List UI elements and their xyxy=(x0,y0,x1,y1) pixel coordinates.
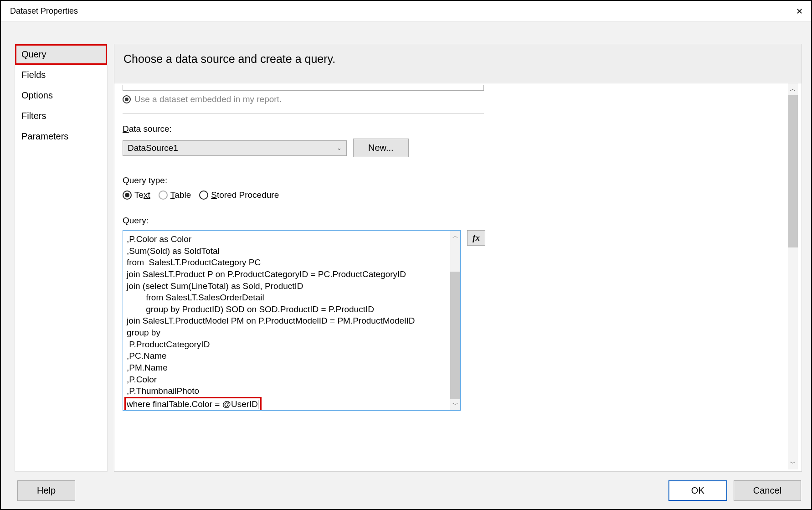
window-title: Dataset Properties xyxy=(10,6,78,16)
query-scrollbar[interactable]: ︿ ﹀ xyxy=(450,231,460,410)
query-type-table[interactable]: Table xyxy=(159,190,191,200)
dataset-name-input-cutoff[interactable] xyxy=(123,85,484,91)
title-bar: Dataset Properties ✕ xyxy=(1,1,811,22)
cancel-button[interactable]: Cancel xyxy=(734,480,801,501)
radio-icon xyxy=(123,95,131,103)
scroll-track[interactable] xyxy=(788,95,798,458)
radio-icon xyxy=(159,191,168,200)
sidebar-item-fields[interactable]: Fields xyxy=(15,65,107,85)
scroll-track[interactable] xyxy=(450,242,460,399)
content-body: Use a dataset embedded in my report. Dat… xyxy=(114,83,802,471)
data-source-label: Data source: xyxy=(123,124,783,134)
page-title: Choose a data source and create a query. xyxy=(123,52,792,66)
query-highlight-where-clause: where finalTable.Color = @UserID xyxy=(124,397,262,410)
sidebar-item-filters[interactable]: Filters xyxy=(15,106,107,126)
query-textarea[interactable]: ,P.Color as Color ,Sum(Sold) as SoldTota… xyxy=(123,230,461,411)
embedded-dataset-option[interactable]: Use a dataset embedded in my report. xyxy=(123,94,783,104)
close-icon[interactable]: ✕ xyxy=(796,6,803,16)
dialog-footer: Help OK Cancel xyxy=(1,472,811,509)
sidebar-item-parameters[interactable]: Parameters xyxy=(15,126,107,147)
new-data-source-button[interactable]: New... xyxy=(353,139,409,157)
query-label: Query: xyxy=(123,216,783,226)
sidebar: Query Fields Options Filters Parameters xyxy=(15,44,108,472)
query-type-label: Query type: xyxy=(123,175,783,185)
panel-scrollbar[interactable]: ︿ ﹀ xyxy=(788,83,798,469)
ok-button[interactable]: OK xyxy=(668,480,727,501)
scroll-thumb[interactable] xyxy=(788,95,798,247)
content-panel: Choose a data source and create a query.… xyxy=(114,44,802,472)
radio-icon xyxy=(199,191,208,200)
form-area: Use a dataset embedded in my report. Dat… xyxy=(120,83,788,469)
query-text-content: ,P.Color as Color ,Sum(Sold) as SoldTota… xyxy=(123,231,450,410)
data-source-value: DataSource1 xyxy=(128,143,178,153)
scroll-up-icon[interactable]: ︿ xyxy=(790,83,796,95)
scroll-thumb[interactable] xyxy=(450,272,460,399)
data-source-combobox[interactable]: DataSource1 ⌄ xyxy=(123,140,347,156)
radio-icon xyxy=(123,191,132,200)
expression-fx-button[interactable]: fx xyxy=(467,230,485,246)
query-type-radios: Text Table Stored Procedure xyxy=(123,190,783,200)
scroll-down-icon[interactable]: ﹀ xyxy=(452,399,458,410)
dialog-window: Dataset Properties ✕ Query Fields Option… xyxy=(0,0,812,510)
chevron-down-icon: ⌄ xyxy=(337,144,342,151)
help-button[interactable]: Help xyxy=(17,480,75,501)
sidebar-item-query[interactable]: Query xyxy=(15,44,107,65)
sidebar-item-options[interactable]: Options xyxy=(15,85,107,106)
query-type-text[interactable]: Text xyxy=(123,190,150,200)
query-type-stored-procedure[interactable]: Stored Procedure xyxy=(199,190,279,200)
scroll-up-icon[interactable]: ︿ xyxy=(452,231,458,242)
divider xyxy=(123,113,484,114)
scroll-down-icon[interactable]: ﹀ xyxy=(790,458,796,469)
content-header: Choose a data source and create a query. xyxy=(114,44,802,83)
embedded-dataset-label: Use a dataset embedded in my report. xyxy=(134,94,282,104)
body-area: Query Fields Options Filters Parameters … xyxy=(1,22,811,472)
